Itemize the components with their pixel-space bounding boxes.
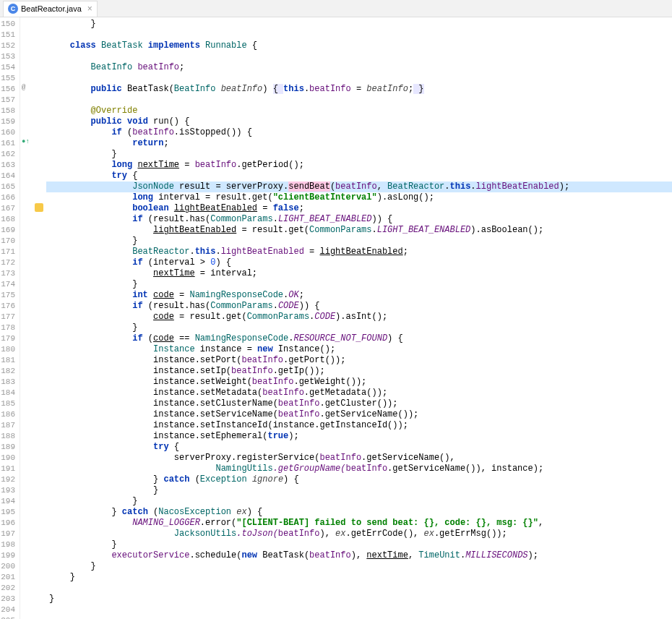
code-line[interactable]: NamingUtils.getGroupName(beatInfo.getSer… [46, 464, 672, 474]
code-line[interactable]: class BeatTask implements Runnable { [46, 40, 672, 51]
code-line[interactable]: instance.setInstanceId(instance.getInsta… [46, 420, 672, 431]
code-line[interactable]: serverProxy.registerService(beatInfo.get… [46, 453, 672, 464]
code-line[interactable]: } [46, 485, 672, 496]
code-line[interactable]: Instance instance = new Instance(); [46, 344, 672, 355]
code-line[interactable]: instance.setMetadata(beatInfo.getMetadat… [46, 388, 672, 398]
code-line[interactable]: JsonNode result = serverProxy.sendBeat(b… [46, 182, 672, 192]
code-line[interactable] [46, 583, 672, 594]
file-tab[interactable]: C BeatReactor.java × [3, 1, 98, 17]
code-line[interactable]: } catch (Exception ignore) { [46, 474, 672, 485]
code-line[interactable]: executorService.schedule(new BeatTask(be… [46, 550, 672, 561]
bulb-icon[interactable] [35, 203, 43, 212]
code-line[interactable]: if (result.has(CommonParams.LIGHT_BEAT_E… [46, 214, 672, 225]
code-line[interactable]: instance.setPort(beatInfo.getPort()); [46, 355, 672, 366]
code-line[interactable]: NAMING_LOGGER.error("[CLIENT-BEAT] faile… [46, 518, 672, 529]
code-line[interactable]: } [46, 594, 672, 605]
tab-bar: C BeatReactor.java × [0, 0, 672, 17]
impl-marker: ●↑ [22, 138, 30, 145]
code-line[interactable]: } [46, 496, 672, 507]
code-line[interactable]: } catch (NacosException ex) { [46, 507, 672, 518]
code-line[interactable]: BeatReactor.this.lightBeatEnabled = ligh… [46, 247, 672, 257]
code-line[interactable]: public void run() { [46, 116, 672, 127]
marker-margin: @ ●↑ [20, 17, 46, 619]
code-line[interactable] [46, 73, 672, 84]
code-line[interactable]: if (beatInfo.isStopped()) { [46, 127, 672, 138]
code-line[interactable]: instance.setWeight(beatInfo.getWeight())… [46, 377, 672, 388]
tab-title: BeatReactor.java [21, 4, 82, 13]
code-line[interactable]: } [46, 572, 672, 583]
line-gutter: 1501511521531541551561571581591601611621… [0, 17, 20, 619]
code-line[interactable]: long interval = result.get("clientBeatIn… [46, 192, 672, 203]
code-line[interactable]: BeatInfo beatInfo; [46, 62, 672, 73]
code-line[interactable] [46, 30, 672, 40]
code-line[interactable]: } [46, 149, 672, 160]
code-line[interactable]: boolean lightBeatEnabled = false; [46, 203, 672, 214]
code-line[interactable]: instance.setServiceName(beatInfo.getServ… [46, 409, 672, 420]
code-line[interactable]: int code = NamingResponseCode.OK; [46, 290, 672, 301]
close-icon[interactable]: × [87, 4, 92, 14]
code-line[interactable]: } [46, 539, 672, 550]
code-line[interactable]: code = result.get(CommonParams.CODE).asI… [46, 312, 672, 323]
code-line[interactable]: if (code == NamingResponseCode.RESOURCE_… [46, 333, 672, 344]
code-area[interactable]: } class BeatTask implements Runnable { B… [46, 17, 672, 619]
code-line[interactable]: } [46, 279, 672, 290]
code-line[interactable]: JacksonUtils.toJson(beatInfo), ex.getErr… [46, 529, 672, 539]
code-line[interactable]: return; [46, 138, 672, 149]
java-class-icon: C [8, 4, 18, 14]
code-line[interactable]: public BeatTask(BeatInfo beatInfo) { thi… [46, 84, 672, 95]
editor: 1501511521531541551561571581591601611621… [0, 17, 672, 619]
code-line[interactable]: instance.setEphemeral(true); [46, 431, 672, 442]
code-line[interactable]: try { [46, 442, 672, 453]
code-line[interactable]: try { [46, 171, 672, 182]
code-line[interactable]: } [46, 19, 672, 30]
code-line[interactable]: if (result.has(CommonParams.CODE)) { [46, 301, 672, 312]
code-line[interactable]: lightBeatEnabled = result.get(CommonPara… [46, 225, 672, 236]
code-line[interactable]: } [46, 323, 672, 333]
override-marker: @ [22, 84, 25, 91]
code-line[interactable]: nextTime = interval; [46, 268, 672, 279]
code-line[interactable]: } [46, 236, 672, 247]
code-line[interactable]: instance.setClusterName(beatInfo.getClus… [46, 398, 672, 409]
code-line[interactable] [46, 95, 672, 106]
code-line[interactable]: instance.setIp(beatInfo.getIp()); [46, 366, 672, 377]
code-line[interactable]: long nextTime = beatInfo.getPeriod(); [46, 160, 672, 171]
code-line[interactable]: @Override [46, 106, 672, 116]
code-line[interactable]: } [46, 561, 672, 572]
code-line[interactable] [46, 51, 672, 62]
code-line[interactable]: if (interval > 0) { [46, 257, 672, 268]
